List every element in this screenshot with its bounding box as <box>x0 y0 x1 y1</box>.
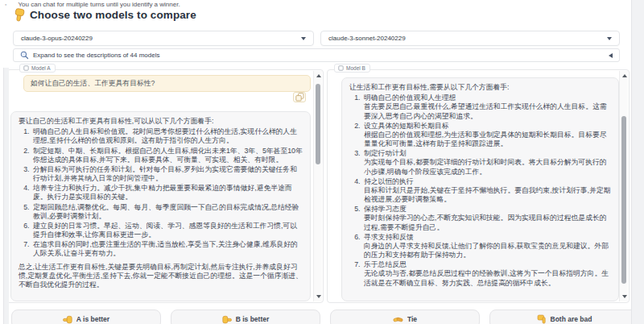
model-a-chat-panel: 如何让自己的生活、工作更具有目标性? 要让自己的生活和工作更具有目标性,可以从以… <box>6 69 324 303</box>
user-message-bubble: 如何让自己的生活、工作更具有目标性? <box>23 75 311 92</box>
model-b-select[interactable]: claude-3-sonnet-20240229 <box>320 31 620 46</box>
chevron-down-icon <box>607 37 612 40</box>
list-item: 乐于总结反思 无论成功与否,都要总结反思过程中的经验教训,这将为下一个目标指明方… <box>362 260 611 288</box>
list-item: 明确自己的价值观和人生理想 首先要反思自己最重视什么,希望通过生活和工作实现什么… <box>362 93 611 121</box>
item-title: 保持学习态度 <box>364 205 611 214</box>
thumbs-down-icon <box>537 314 547 324</box>
scroll-up-icon[interactable] <box>622 74 627 77</box>
model-descriptions-accordion[interactable]: Expand to see the descriptions of 44 mod… <box>13 48 620 62</box>
left-gutter <box>3 68 9 324</box>
instruction-text: You can chat for multiple turns until yo… <box>18 1 180 8</box>
arena-page: ◦ You can chat for multiple turns until … <box>0 0 644 324</box>
b-is-better-button[interactable]: B is better <box>171 309 320 324</box>
model-b-select-value: claude-3-sonnet-20240229 <box>328 35 607 42</box>
copy-icon <box>295 93 304 102</box>
chevron-down-icon <box>301 37 306 40</box>
item-body: 目标和计划只是开始,关键在于坚持不懈地执行。要自我约束,按计划行事,并定期检视进… <box>364 186 611 204</box>
list-item: 设立具体的短期和长期目标 根据自己的价值观和理想,为生活和事业制定具体的短期和长… <box>362 122 611 149</box>
copy-button[interactable] <box>293 92 306 102</box>
search-icon <box>20 51 29 60</box>
chat-icon <box>338 65 344 71</box>
right-gutter <box>631 0 644 324</box>
point-left-icon <box>63 315 72 324</box>
model-a-select[interactable]: claude-3-opus-20240229 <box>13 31 314 46</box>
response-intro: 要让自己的生活和工作更具有目标性,可以从以下几个方面着手: <box>19 117 303 126</box>
chat-icon <box>23 65 29 71</box>
tie-button[interactable]: Tie <box>330 309 480 324</box>
list-item: 在追求目标的同时,也要注重生活的平衡,适当放松,享受当下,关注身心健康,维系良好… <box>31 240 303 258</box>
model-b-chat-panel: 让生活和工作更有目标性,需要从以下几个方面着手: 明确自己的价值观和人生理想 首… <box>327 69 630 303</box>
list-item: 寻求支持和反馈 向身边的人寻求支持和反馈,让他们了解你的目标,获取宝贵的意见和建… <box>362 233 611 260</box>
model-b-response-bubble: 让生活和工作更有目标性,需要从以下几个方面着手: 明确自己的价值观和人生理想 首… <box>341 77 619 301</box>
point-right-icon <box>222 315 232 324</box>
scrollbar-thumb[interactable] <box>621 116 626 284</box>
item-body: 根据自己的价值观和理想,为生活和事业制定具体的短期和长期目标。目标要尽量量化和可… <box>364 131 611 148</box>
point-down-icon <box>13 8 25 22</box>
list-item: 持之以恒的执行 目标和计划只是开始,关键在于坚持不懈地执行。要自我约束,按计划行… <box>362 177 611 205</box>
list-item: 培养专注力和执行力。减少干扰,集中精力把最重要和最紧迫的事情做好,避免半途而废。… <box>31 184 303 201</box>
list-item: 明确自己的人生目标和价值观。花时间思考你想要过什么样的生活,实现什么样的人生理想… <box>31 127 303 145</box>
model-a-select-value: claude-3-opus-20240229 <box>21 35 301 42</box>
response-list: 明确自己的人生目标和价值观。花时间思考你想要过什么样的生活,实现什么样的人生理想… <box>19 127 303 258</box>
item-body: 为实现每个目标,都要制定详细的行动计划和时间表。将大目标分解为可执行的小步骤,明… <box>364 158 611 176</box>
item-title: 寻求支持和反馈 <box>364 233 611 242</box>
page-title: Choose two models to compare <box>30 9 196 21</box>
model-a-scrollbar[interactable] <box>313 71 322 301</box>
handshake-icon <box>393 315 403 324</box>
list-item: 建立良好的日常习惯。早起、运动、阅读、学习、感恩等良好的生活和工作习惯,可以提升… <box>31 222 303 239</box>
list-item: 定期回顾总结,调整优化。每周、每月、每季度回顾一下自己的目标完成情况,总结经验教… <box>31 203 303 221</box>
item-title: 持之以恒的执行 <box>364 177 611 186</box>
scrollbar-thumb[interactable] <box>316 84 320 164</box>
accordion-label: Expand to see the descriptions of 44 mod… <box>33 52 605 59</box>
item-title: 设立具体的短期和长期目标 <box>364 122 611 131</box>
response-intro: 让生活和工作更有目标性,需要从以下几个方面着手: <box>349 83 611 92</box>
model-a-response-bubble: 要让自己的生活和工作更具有目标性,可以从以下几个方面着手: 明确自己的人生目标和… <box>10 111 311 301</box>
item-title: 乐于总结反思 <box>364 260 611 269</box>
both-are-bad-button[interactable]: Both are bad <box>489 309 639 324</box>
model-b-label: Model B <box>334 64 370 73</box>
model-b-scrollbar[interactable] <box>619 71 628 301</box>
item-body: 首先要反思自己最重视什么,希望通过生活和工作实现什么样的人生目标。这需要深入思考… <box>364 102 611 120</box>
item-body: 向身边的人寻求支持和反馈,让他们了解你的目标,获取宝贵的意见和建议。外部的压力和… <box>364 242 611 260</box>
instruction-row: ◦ You can chat for multiple turns until … <box>5 1 180 8</box>
item-body: 要时刻保持学习的心态,不断充实知识和技能。因为实现目标的过程也是成长的过程,需要… <box>364 214 611 231</box>
bullet-icon: ◦ <box>5 2 6 7</box>
response-outro: 总之,让生活工作更有目标性,关键是要先明确目标,再制定计划,然后专注执行,并养成… <box>19 263 303 290</box>
model-a-label: Model A <box>19 64 56 73</box>
list-item: 分解目标为可执行的任务和计划。针对每个目标,罗列出为实现它需要做的关键任务和行动… <box>31 165 303 183</box>
scroll-down-icon[interactable] <box>316 295 321 298</box>
a-is-better-button[interactable]: A is better <box>11 309 161 324</box>
list-item: 制定行动计划 为实现每个目标,都要制定详细的行动计划和时间表。将大目标分解为可执… <box>362 149 611 177</box>
scroll-up-icon[interactable] <box>316 74 321 77</box>
item-body: 无论成功与否,都要总结反思过程中的经验教训,这将为下一个目标指明方向。生活就是在… <box>364 269 611 287</box>
chevron-left-icon <box>609 53 613 58</box>
scroll-down-icon[interactable] <box>622 295 627 298</box>
item-title: 制定行动计划 <box>364 149 611 158</box>
item-title: 明确自己的价值观和人生理想 <box>364 93 611 102</box>
list-item: 制定短期、中期、长期目标。根据自己的人生目标,细化出未来1年、3年、5年甚至10… <box>31 147 303 164</box>
heading-row: Choose two models to compare <box>13 8 196 22</box>
list-item: 保持学习态度 要时刻保持学习的心态,不断充实知识和技能。因为实现目标的过程也是成… <box>362 205 611 232</box>
response-list: 明确自己的价值观和人生理想 首先要反思自己最重视什么,希望通过生活和工作实现什么… <box>349 93 611 288</box>
